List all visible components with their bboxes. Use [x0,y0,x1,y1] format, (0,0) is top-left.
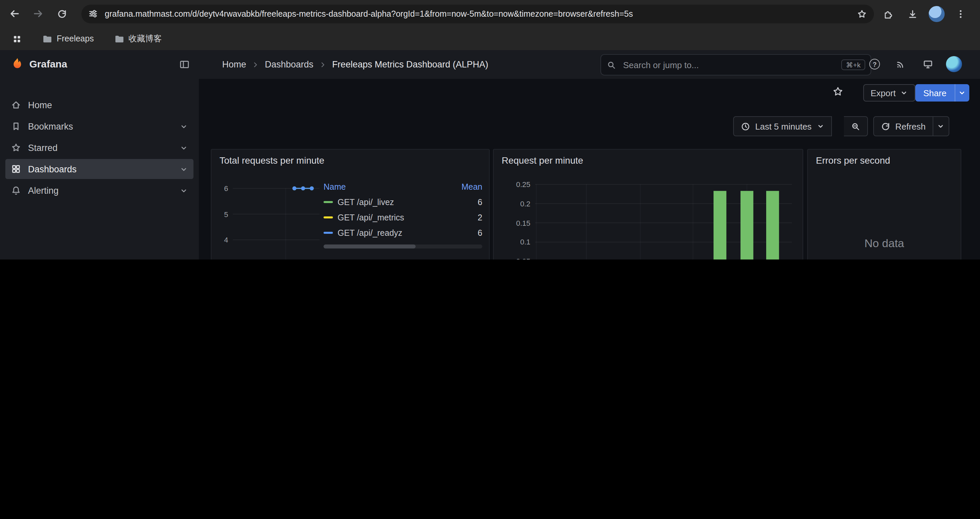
bar[interactable] [713,191,727,260]
reload-button[interactable] [52,4,72,24]
home-icon [11,99,21,110]
news-button[interactable] [895,59,906,69]
y-axis-label: 0.1 [520,238,530,246]
reload-icon [57,8,67,19]
bookmark-star-icon[interactable] [857,8,867,19]
search-input[interactable] [622,59,841,70]
sidebar-item-dashboards[interactable]: Dashboards [5,159,194,179]
share-button[interactable]: Share [915,84,954,102]
grafana-logo[interactable] [11,57,24,71]
folder-icon [42,34,53,44]
legend-row: GET /api/_livez6 [323,194,482,210]
sidebar-item-label: Dashboards [28,164,77,174]
panel-title[interactable]: Request per minute [502,155,583,166]
panel-title[interactable]: Errors per second [816,155,890,166]
dashboards-grid-icon [11,164,21,174]
chevron-down-icon[interactable] [180,122,188,131]
back-button[interactable] [4,4,24,24]
sidebar-item-bookmarks[interactable]: Bookmarks [5,116,194,136]
chevron-down-icon[interactable] [180,186,188,195]
bookmark-freeleaps[interactable]: Freeleaps [38,31,98,46]
toolbar-right-cluster [881,6,973,22]
grafana-brand: Grafana [29,58,67,69]
chart-svg [499,174,797,260]
grafana-header: Grafana Home Dashboards Freeleaps Metric… [0,50,980,80]
panel-title[interactable]: Total requests per minute [220,155,324,166]
no-data-message: No data [808,150,961,260]
zoom-out-icon [851,121,861,131]
sidebar-item-label: Bookmarks [28,121,73,131]
browser-toolbar [0,0,980,27]
bell-icon [11,185,21,196]
bookmark-icon [11,121,21,132]
series-name[interactable]: GET /api/_readyz [337,228,402,238]
forward-button[interactable] [28,4,48,24]
folder-icon [114,34,124,44]
chevron-down-icon[interactable] [180,164,188,173]
scrollbar-thumb[interactable] [323,244,415,249]
legend-column-header[interactable]: Mean [449,182,482,192]
site-settings-icon[interactable] [88,9,98,19]
data-point[interactable] [301,186,305,190]
legend-scrollbar[interactable] [323,244,482,249]
bar[interactable] [740,191,754,260]
bar[interactable] [766,191,779,260]
y-axis-label: 0.05 [516,257,530,260]
url-input[interactable] [103,8,851,19]
time-range-label: Last 5 minutes [755,121,811,131]
zoom-out-button[interactable] [844,116,868,136]
legend-row: GET /api/_readyz6 [323,225,482,241]
legend-column-header[interactable]: Name [323,182,445,192]
total-requests-chart[interactable]: 6543217:40 [217,182,321,260]
breadcrumb-current: Freeleaps Metrics Dashboard (ALPHA) [332,59,488,69]
legend-table: NameMeanGET /api/_livez6GET /api/_metric… [323,179,482,241]
chevron-down-icon[interactable] [180,143,188,152]
sidebar-item-alerting[interactable]: Alerting [5,180,194,200]
sidebar-item-home[interactable]: Home [5,95,194,115]
chevron-down-icon [816,122,824,130]
grafana-app: Grafana Home Dashboards Freeleaps Metric… [0,50,980,260]
help-button[interactable]: ? [869,59,880,69]
y-axis-label: 0.25 [516,180,530,188]
sidebar-item-starred[interactable]: Starred [5,137,194,158]
refresh-icon [881,121,891,131]
browser-window: Freeleaps 收藏博客 Grafana Home Dashboards F… [0,0,980,260]
downloads-button[interactable] [905,6,921,22]
chart-svg [217,182,321,260]
data-point[interactable] [310,186,314,190]
menu-button[interactable] [953,6,969,22]
favorite-dashboard-button[interactable] [832,86,844,97]
y-axis-label: 6 [224,184,228,192]
star-icon [11,142,21,153]
extensions-button[interactable] [881,6,897,22]
y-axis-label: 0.2 [520,200,530,208]
request-per-minute-chart[interactable]: 0.250.20.150.10.05017:37:0017:38:0017:39… [499,174,797,260]
refresh-interval-dropdown[interactable] [933,116,949,136]
kiosk-mode-button[interactable] [923,59,933,69]
export-button[interactable]: Export [863,84,915,102]
bookmark-blog-favorites[interactable]: 收藏博客 [110,31,166,46]
share-split-button: Share [915,84,969,102]
breadcrumb-home[interactable]: Home [222,59,246,69]
series-color-swatch [323,232,333,234]
rss-icon [895,59,906,69]
refresh-button[interactable]: Refresh [873,116,933,136]
sidebar-toggle-button[interactable] [179,59,190,70]
sidebar-item-label: Starred [28,143,58,153]
address-bar[interactable] [81,4,874,23]
y-axis-label: 0.15 [516,219,530,227]
breadcrumb-dashboards[interactable]: Dashboards [265,59,313,69]
star-icon [832,86,844,97]
series-name[interactable]: GET /api/_livez [337,197,394,207]
series-name[interactable]: GET /api/_metrics [337,213,404,222]
share-dropdown-button[interactable] [954,84,969,102]
data-point[interactable] [293,186,296,190]
apps-grid-icon [12,34,22,44]
panel-errors-per-second: Errors per second No data [807,149,961,260]
panel-toggle-icon [179,59,190,70]
apps-grid-button[interactable] [8,32,26,46]
user-avatar[interactable] [946,56,962,72]
time-range-picker[interactable]: Last 5 minutes [733,116,832,136]
profile-avatar[interactable] [929,6,945,22]
search-box[interactable]: ⌘+k [600,54,871,75]
